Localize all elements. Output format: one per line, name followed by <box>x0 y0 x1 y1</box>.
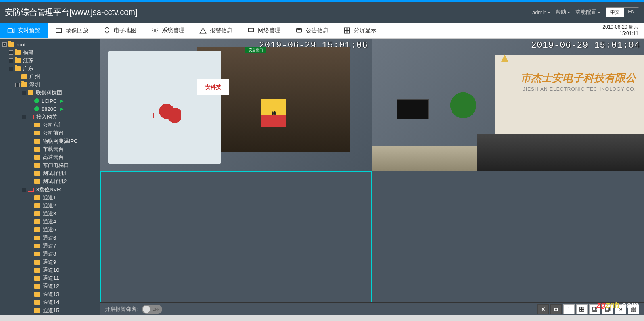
video-cell-2[interactable]: 2019-06-29 15:01:04 市杰士安电子科技有限公 JIESHIAN… <box>372 39 644 171</box>
nav-network[interactable]: 网络管理 <box>240 23 288 38</box>
collapse-icon[interactable]: - <box>22 115 26 119</box>
tree-node[interactable]: 物联网测温IPC <box>0 137 100 145</box>
tree-spacer <box>28 163 33 168</box>
tree-label: 接入网关 <box>36 113 57 121</box>
help-menu[interactable]: 帮助 <box>556 8 570 16</box>
tree-node[interactable]: 车载云台 <box>0 145 100 153</box>
btn-label: 9 <box>619 306 622 312</box>
tree-node[interactable]: 通道4 <box>0 218 100 226</box>
layout-more-button[interactable] <box>628 304 639 314</box>
tree-node[interactable]: -接入网关 <box>0 113 100 121</box>
cam-icon <box>34 300 40 305</box>
tree-node[interactable]: 通道12 <box>0 282 100 290</box>
nav-split[interactable]: 分屏显示 <box>336 23 384 38</box>
tree-spacer <box>28 123 33 127</box>
tree-node[interactable]: LCIPC▶ <box>0 97 100 105</box>
tree-node[interactable]: 公司前台 <box>0 129 100 137</box>
svg-rect-0 <box>8 28 13 33</box>
tree-node[interactable]: 通道11 <box>0 274 100 282</box>
tree-node[interactable]: 公司东门 <box>0 121 100 129</box>
tree-node[interactable]: 8820C▶ <box>0 105 100 113</box>
layout-1x1-button[interactable]: 1 <box>563 304 575 314</box>
collapse-icon[interactable]: - <box>22 91 26 95</box>
tree-node[interactable]: 通道3 <box>0 210 100 218</box>
tree-label: 通道10 <box>43 267 59 274</box>
nav-emap[interactable]: 电子地图 <box>96 23 144 38</box>
tree-node[interactable]: -8盘位NVR <box>0 186 100 194</box>
nav-live-preview[interactable]: 实时预览 <box>0 23 48 38</box>
user-menu[interactable]: admin <box>532 9 550 15</box>
tree-label: 测试样机1 <box>43 170 67 177</box>
collapse-icon[interactable]: - <box>9 67 13 71</box>
svg-rect-27 <box>608 311 609 312</box>
tree-node[interactable]: -root <box>0 40 100 48</box>
tree-node[interactable]: 通道7 <box>0 242 100 250</box>
expand-icon[interactable]: + <box>9 58 13 63</box>
nav-system[interactable]: 系统管理 <box>144 23 192 38</box>
layout-snapshot-button[interactable] <box>550 304 562 314</box>
cam-icon <box>34 268 40 273</box>
camera-icon <box>553 306 559 312</box>
svg-rect-8 <box>347 31 350 33</box>
layout-2x2-button[interactable] <box>576 304 588 314</box>
tree-node[interactable]: 测试样机1 <box>0 169 100 177</box>
tree-node[interactable]: 东门电梯口 <box>0 161 100 169</box>
tree-node[interactable]: +江苏 <box>0 56 100 65</box>
map-icon <box>103 28 111 33</box>
tree-label: 东门电梯口 <box>43 162 69 169</box>
nav-label: 分屏显示 <box>354 27 376 34</box>
tree-node[interactable]: +福建 <box>0 48 100 56</box>
tree-node[interactable]: 通道6 <box>0 234 100 242</box>
tree-node[interactable]: 通道1 <box>0 194 100 202</box>
lang-en-button[interactable]: EN <box>624 8 639 17</box>
toggle-off-label: OFF <box>153 307 160 311</box>
svg-rect-6 <box>347 28 350 30</box>
lang-cn-button[interactable]: 中文 <box>606 8 624 17</box>
nav-notice[interactable]: 公告信息 <box>288 23 336 38</box>
tree-node[interactable]: 通道5 <box>0 226 100 234</box>
layout-3x3-button[interactable]: 9 <box>615 304 626 314</box>
video-cell-1[interactable]: 2019-06-29 15:01:06 安全出口 安科技 违法鸣笛 <box>100 39 372 171</box>
tree-node[interactable]: 通道10 <box>0 266 100 274</box>
svg-rect-19 <box>594 310 596 311</box>
device-tree[interactable]: -root+福建+江苏-广东广州-深圳-联创科技园LCIPC▶8820C▶-接入… <box>0 39 100 315</box>
tree-spacer <box>28 171 33 176</box>
tree-spacer <box>28 268 33 273</box>
tree-node[interactable]: 通道9 <box>0 258 100 266</box>
video-feed-1: 2019-06-29 15:01:06 安全出口 安科技 违法鸣笛 <box>100 39 372 171</box>
tree-label: 测试样机2 <box>43 178 67 185</box>
collapse-icon[interactable]: - <box>15 83 20 87</box>
collapse-icon[interactable]: - <box>2 42 7 47</box>
video-cell-3[interactable] <box>100 171 372 303</box>
tree-node[interactable]: 通道8 <box>0 250 100 258</box>
tree-label: 福建 <box>23 49 33 56</box>
tree-node[interactable]: -联创科技园 <box>0 89 100 97</box>
layout-1p7-button[interactable] <box>602 304 613 314</box>
tree-label: 公司前台 <box>43 129 64 137</box>
svg-rect-23 <box>609 308 610 309</box>
svg-rect-33 <box>635 308 636 309</box>
tree-node[interactable]: 通道14 <box>0 298 100 306</box>
layout-1p5-button[interactable] <box>589 304 600 314</box>
expand-icon[interactable]: + <box>9 50 13 55</box>
svg-rect-31 <box>631 308 632 309</box>
tree-node[interactable]: 高速云台 <box>0 153 100 161</box>
video-cell-4[interactable] <box>372 171 644 303</box>
alarm-popup-toggle[interactable]: OFF <box>142 305 162 314</box>
tree-node[interactable]: 测试样机2 <box>0 177 100 186</box>
tree-node[interactable]: 通道13 <box>0 290 100 298</box>
video-icon <box>7 28 15 33</box>
layout-close-button[interactable] <box>537 304 549 314</box>
tree-node[interactable]: 通道2 <box>0 202 100 210</box>
nav-playback[interactable]: 录像回放 <box>48 23 96 38</box>
collapse-icon[interactable]: - <box>22 188 26 192</box>
svg-rect-36 <box>635 310 636 311</box>
tree-node[interactable]: 通道15 <box>0 306 100 315</box>
tree-label: 车载云台 <box>43 146 64 153</box>
tree-node[interactable]: 广州 <box>0 73 100 81</box>
tree-node[interactable]: -广东 <box>0 65 100 73</box>
config-menu[interactable]: 功能配置 <box>575 8 600 16</box>
tree-node[interactable]: -深圳 <box>0 81 100 89</box>
tree-label: 公司东门 <box>43 121 64 129</box>
nav-alarm[interactable]: 报警信息 <box>192 23 240 38</box>
